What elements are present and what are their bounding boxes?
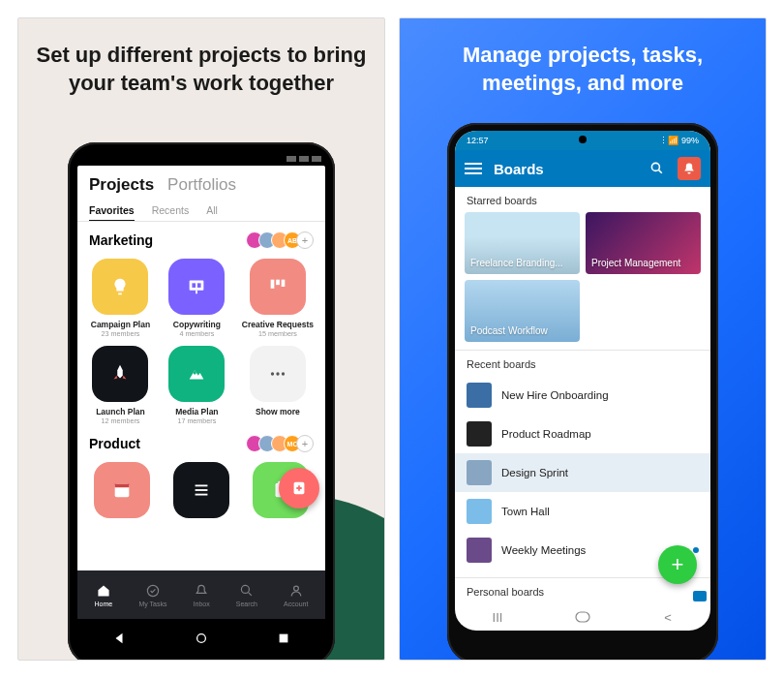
- app-header: Boards: [455, 150, 710, 187]
- project-tile[interactable]: Show more: [242, 346, 314, 425]
- home-icon[interactable]: [195, 632, 208, 645]
- tile-meta: 15 members: [258, 329, 297, 338]
- board-icon: [467, 499, 492, 524]
- app-screen-a: Projects Portfolios Favorites Recents Al…: [77, 166, 325, 619]
- recent-list: New Hire OnboardingProduct RoadmapDesign…: [455, 376, 710, 570]
- nav-user[interactable]: Account: [284, 583, 308, 607]
- boards-body: Starred boards Freelance Branding...Proj…: [455, 187, 710, 603]
- board-card[interactable]: Freelance Branding...: [465, 212, 580, 274]
- board-icon: [467, 421, 492, 447]
- board-row[interactable]: Design Sprint: [455, 453, 710, 492]
- tab-portfolios[interactable]: Portfolios: [167, 175, 236, 195]
- board-row[interactable]: Town Hall: [455, 492, 710, 531]
- tile-meta: 12 members: [101, 416, 139, 425]
- fab-add[interactable]: [279, 468, 319, 508]
- svg-point-21: [293, 586, 298, 591]
- subtab-recents[interactable]: Recents: [152, 204, 190, 222]
- tile-name: Show more: [256, 407, 300, 416]
- svg-rect-26: [576, 612, 589, 622]
- recents-icon[interactable]: III: [487, 611, 508, 623]
- lightbulb-icon: [92, 259, 148, 315]
- title-tabs: Projects Portfolios: [89, 175, 314, 195]
- add-member-icon[interactable]: +: [296, 231, 314, 249]
- wifi-icon: ⋮📶: [659, 136, 678, 145]
- section-title: Marketing: [89, 232, 153, 248]
- nav-search[interactable]: Search: [236, 583, 257, 607]
- project-tile[interactable]: Campaign Plan23 members: [89, 259, 152, 338]
- svg-rect-2: [197, 283, 201, 288]
- project-tile[interactable]: Copywriting4 members: [166, 259, 228, 338]
- search-icon[interactable]: [648, 160, 666, 177]
- tile-name: Creative Requests: [242, 320, 314, 329]
- svg-rect-12: [196, 485, 208, 487]
- svg-line-25: [659, 170, 662, 173]
- tile-name: Media Plan: [175, 407, 218, 416]
- back-icon[interactable]: [112, 632, 126, 645]
- status-bar-b: 12:57 ⋮📶 99%: [455, 131, 710, 150]
- nav-home[interactable]: Home: [95, 583, 113, 607]
- svg-point-9: [282, 372, 285, 375]
- avatar-stack[interactable]: AB+: [251, 231, 314, 249]
- svg-rect-6: [282, 280, 286, 287]
- bottom-nav: HomeMy TasksInboxSearchAccount: [77, 570, 325, 619]
- rocket-icon: [92, 346, 148, 402]
- panel-asana: Set up different projects to bring your …: [17, 17, 385, 661]
- nav-label: Home: [95, 601, 113, 607]
- list-icon: [173, 462, 229, 518]
- svg-rect-14: [196, 494, 208, 496]
- card-title: Freelance Branding...: [470, 258, 563, 268]
- nav-label: My Tasks: [138, 601, 166, 607]
- board-row[interactable]: New Hire Onboarding: [455, 376, 710, 415]
- board-card[interactable]: Podcast Workflow: [465, 280, 580, 342]
- avatar-stack[interactable]: MC+: [251, 435, 314, 452]
- board-card[interactable]: Project Management: [586, 212, 701, 274]
- minimize-icon[interactable]: [693, 591, 707, 601]
- section: ProductMC+: [77, 425, 325, 523]
- svg-point-19: [241, 585, 249, 593]
- svg-point-7: [271, 372, 274, 375]
- project-tile[interactable]: Launch Plan12 members: [89, 346, 152, 425]
- header-title: Boards: [494, 161, 637, 177]
- project-tile[interactable]: Creative Requests15 members: [242, 259, 314, 338]
- starred-label: Starred boards: [455, 187, 710, 212]
- starred-grid: Freelance Branding...Project ManagementP…: [455, 212, 710, 342]
- recents-icon[interactable]: [277, 632, 290, 645]
- tile-meta: 17 members: [177, 416, 216, 425]
- board-icon: [250, 259, 306, 315]
- project-tile[interactable]: Media Plan17 members: [166, 346, 228, 425]
- board-name: Design Sprint: [501, 467, 568, 478]
- nav-label: Search: [236, 601, 257, 607]
- status-time: 12:57: [467, 136, 489, 145]
- fab-add[interactable]: +: [658, 545, 697, 584]
- tab-projects[interactable]: Projects: [89, 175, 154, 195]
- android-nav: [77, 619, 325, 658]
- add-member-icon[interactable]: +: [296, 435, 314, 452]
- subtab-all[interactable]: All: [206, 204, 218, 222]
- calendar-icon: [94, 462, 150, 518]
- battery-pct: 99%: [681, 136, 699, 145]
- svg-rect-23: [280, 634, 288, 643]
- project-tile[interactable]: [168, 462, 234, 523]
- menu-icon[interactable]: [465, 163, 482, 174]
- nav-check-circle[interactable]: My Tasks: [138, 583, 166, 607]
- svg-rect-11: [115, 484, 130, 488]
- home-icon[interactable]: [572, 611, 593, 623]
- svg-point-22: [197, 634, 206, 643]
- svg-rect-0: [190, 281, 204, 291]
- notification-icon[interactable]: [678, 157, 701, 180]
- phone-mockup-b: 12:57 ⋮📶 99% Boards: [447, 123, 718, 661]
- svg-rect-1: [193, 283, 196, 288]
- back-icon[interactable]: <: [657, 611, 678, 623]
- subtab-favorites[interactable]: Favorites: [89, 204, 135, 222]
- board-row[interactable]: Product Roadmap: [455, 415, 710, 453]
- tile-name: Launch Plan: [96, 407, 145, 416]
- unread-dot: [693, 547, 699, 553]
- sub-tabs: Favorites Recents All: [89, 204, 314, 222]
- svg-rect-4: [271, 280, 275, 289]
- project-tile[interactable]: [89, 462, 155, 523]
- nav-bell[interactable]: Inbox: [194, 583, 210, 607]
- tile-name: Campaign Plan: [91, 320, 150, 329]
- section: MarketingAB+Campaign Plan23 membersCopyw…: [77, 222, 325, 425]
- svg-point-24: [651, 163, 659, 170]
- panel-a-headline: Set up different projects to bring your …: [18, 18, 384, 107]
